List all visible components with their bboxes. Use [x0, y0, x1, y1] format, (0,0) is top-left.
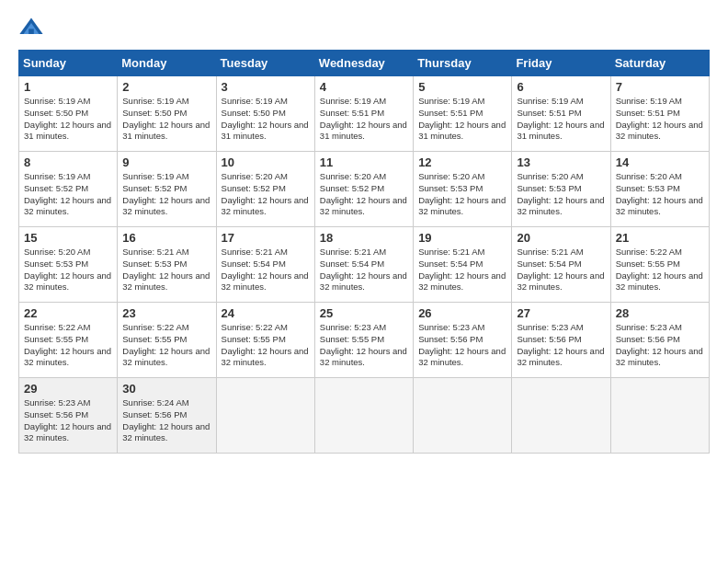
cell-info: Sunrise: 5:23 AMSunset: 5:56 PMDaylight:…: [418, 322, 506, 369]
day-number: 16: [122, 231, 210, 245]
day-number: 30: [122, 382, 210, 396]
calendar-cell: [610, 378, 709, 454]
cell-info: Sunrise: 5:23 AMSunset: 5:56 PMDaylight:…: [24, 397, 112, 444]
day-number: 22: [24, 306, 112, 320]
cell-info: Sunrise: 5:22 AMSunset: 5:55 PMDaylight:…: [24, 322, 112, 369]
calendar-cell: 10Sunrise: 5:20 AMSunset: 5:52 PMDayligh…: [216, 152, 314, 227]
cell-info: Sunrise: 5:20 AMSunset: 5:53 PMDaylight:…: [24, 247, 112, 293]
calendar-cell: [512, 378, 610, 454]
calendar-cell: 7Sunrise: 5:19 AMSunset: 5:51 PMDaylight…: [610, 76, 709, 152]
day-number: 11: [320, 155, 408, 169]
day-number: 18: [320, 231, 408, 245]
day-number: 12: [418, 155, 506, 169]
day-number: 9: [122, 155, 210, 169]
cell-info: Sunrise: 5:21 AMSunset: 5:54 PMDaylight:…: [517, 247, 605, 293]
day-number: 17: [222, 231, 310, 245]
cell-info: Sunrise: 5:22 AMSunset: 5:55 PMDaylight:…: [616, 247, 704, 293]
day-number: 28: [616, 306, 704, 320]
cell-info: Sunrise: 5:19 AMSunset: 5:50 PMDaylight:…: [122, 96, 210, 143]
calendar-cell: 9Sunrise: 5:19 AMSunset: 5:52 PMDaylight…: [118, 152, 216, 227]
calendar-cell: 1Sunrise: 5:19 AMSunset: 5:50 PMDaylight…: [19, 76, 118, 152]
day-number: 7: [616, 80, 704, 94]
day-number: 6: [517, 80, 605, 94]
calendar-cell: [314, 378, 413, 454]
day-number: 1: [24, 80, 112, 94]
calendar-cell: 21Sunrise: 5:22 AMSunset: 5:55 PMDayligh…: [610, 227, 709, 303]
cell-info: Sunrise: 5:23 AMSunset: 5:56 PMDaylight:…: [616, 322, 704, 369]
header-tuesday: Tuesday: [216, 51, 314, 76]
calendar-cell: 24Sunrise: 5:22 AMSunset: 5:55 PMDayligh…: [216, 303, 314, 378]
header-wednesday: Wednesday: [314, 51, 413, 76]
calendar-cell: 19Sunrise: 5:21 AMSunset: 5:54 PMDayligh…: [414, 227, 512, 303]
cell-info: Sunrise: 5:23 AMSunset: 5:55 PMDaylight:…: [320, 322, 408, 369]
page: SundayMondayTuesdayWednesdayThursdayFrid…: [0, 0, 728, 563]
cell-info: Sunrise: 5:24 AMSunset: 5:56 PMDaylight:…: [122, 397, 210, 444]
day-number: 20: [517, 231, 605, 245]
calendar-cell: [414, 378, 512, 454]
cell-info: Sunrise: 5:19 AMSunset: 5:51 PMDaylight:…: [418, 96, 506, 143]
calendar-cell: 11Sunrise: 5:20 AMSunset: 5:52 PMDayligh…: [314, 152, 413, 227]
day-number: 2: [122, 80, 210, 94]
cell-info: Sunrise: 5:20 AMSunset: 5:53 PMDaylight:…: [616, 171, 704, 218]
calendar-cell: 15Sunrise: 5:20 AMSunset: 5:53 PMDayligh…: [19, 227, 118, 303]
day-number: 29: [24, 382, 112, 396]
cell-info: Sunrise: 5:22 AMSunset: 5:55 PMDaylight:…: [222, 322, 310, 369]
day-number: 8: [24, 155, 112, 169]
day-number: 3: [222, 80, 310, 94]
day-number: 24: [222, 306, 310, 320]
day-number: 13: [517, 155, 605, 169]
cell-info: Sunrise: 5:19 AMSunset: 5:50 PMDaylight:…: [222, 96, 310, 143]
day-number: 23: [122, 306, 210, 320]
calendar-cell: 8Sunrise: 5:19 AMSunset: 5:52 PMDaylight…: [19, 152, 118, 227]
calendar-cell: 3Sunrise: 5:19 AMSunset: 5:50 PMDaylight…: [216, 76, 314, 152]
day-number: 26: [418, 306, 506, 320]
cell-info: Sunrise: 5:19 AMSunset: 5:52 PMDaylight:…: [24, 171, 112, 218]
calendar-cell: 13Sunrise: 5:20 AMSunset: 5:53 PMDayligh…: [512, 152, 610, 227]
cell-info: Sunrise: 5:23 AMSunset: 5:56 PMDaylight:…: [517, 322, 605, 369]
day-number: 4: [320, 80, 408, 94]
day-number: 15: [24, 231, 112, 245]
header-friday: Friday: [512, 51, 610, 76]
calendar-cell: 27Sunrise: 5:23 AMSunset: 5:56 PMDayligh…: [512, 303, 610, 378]
cell-info: Sunrise: 5:21 AMSunset: 5:54 PMDaylight:…: [320, 247, 408, 293]
cell-info: Sunrise: 5:19 AMSunset: 5:51 PMDaylight:…: [517, 96, 605, 143]
header: [18, 15, 710, 40]
header-sunday: Sunday: [19, 51, 118, 76]
cell-info: Sunrise: 5:19 AMSunset: 5:50 PMDaylight:…: [24, 96, 112, 143]
calendar-cell: 14Sunrise: 5:20 AMSunset: 5:53 PMDayligh…: [610, 152, 709, 227]
week-row-5: 29Sunrise: 5:23 AMSunset: 5:56 PMDayligh…: [19, 378, 710, 454]
calendar-header-row: SundayMondayTuesdayWednesdayThursdayFrid…: [19, 51, 710, 76]
day-number: 5: [418, 80, 506, 94]
cell-info: Sunrise: 5:21 AMSunset: 5:54 PMDaylight:…: [222, 247, 310, 293]
logo-icon: [18, 15, 44, 40]
day-number: 10: [222, 155, 310, 169]
cell-info: Sunrise: 5:21 AMSunset: 5:54 PMDaylight:…: [418, 247, 506, 293]
calendar-cell: 23Sunrise: 5:22 AMSunset: 5:55 PMDayligh…: [118, 303, 216, 378]
logo: [18, 15, 48, 40]
calendar-cell: [216, 378, 314, 454]
calendar-cell: 6Sunrise: 5:19 AMSunset: 5:51 PMDaylight…: [512, 76, 610, 152]
calendar-cell: 29Sunrise: 5:23 AMSunset: 5:56 PMDayligh…: [19, 378, 118, 454]
day-number: 14: [616, 155, 704, 169]
calendar-cell: 12Sunrise: 5:20 AMSunset: 5:53 PMDayligh…: [414, 152, 512, 227]
calendar-cell: 5Sunrise: 5:19 AMSunset: 5:51 PMDaylight…: [414, 76, 512, 152]
header-saturday: Saturday: [610, 51, 709, 76]
calendar-table: SundayMondayTuesdayWednesdayThursdayFrid…: [18, 50, 710, 454]
calendar-cell: 30Sunrise: 5:24 AMSunset: 5:56 PMDayligh…: [118, 378, 216, 454]
calendar-cell: 22Sunrise: 5:22 AMSunset: 5:55 PMDayligh…: [19, 303, 118, 378]
svg-rect-2: [28, 29, 34, 34]
header-thursday: Thursday: [414, 51, 512, 76]
cell-info: Sunrise: 5:20 AMSunset: 5:52 PMDaylight:…: [222, 171, 310, 218]
cell-info: Sunrise: 5:20 AMSunset: 5:52 PMDaylight:…: [320, 171, 408, 218]
calendar-cell: 26Sunrise: 5:23 AMSunset: 5:56 PMDayligh…: [414, 303, 512, 378]
cell-info: Sunrise: 5:20 AMSunset: 5:53 PMDaylight:…: [418, 171, 506, 218]
cell-info: Sunrise: 5:19 AMSunset: 5:51 PMDaylight:…: [616, 96, 704, 143]
week-row-2: 8Sunrise: 5:19 AMSunset: 5:52 PMDaylight…: [19, 152, 710, 227]
calendar-cell: 25Sunrise: 5:23 AMSunset: 5:55 PMDayligh…: [314, 303, 413, 378]
cell-info: Sunrise: 5:19 AMSunset: 5:51 PMDaylight:…: [320, 96, 408, 143]
calendar-cell: 2Sunrise: 5:19 AMSunset: 5:50 PMDaylight…: [118, 76, 216, 152]
calendar-cell: 18Sunrise: 5:21 AMSunset: 5:54 PMDayligh…: [314, 227, 413, 303]
calendar-cell: 20Sunrise: 5:21 AMSunset: 5:54 PMDayligh…: [512, 227, 610, 303]
calendar-cell: 16Sunrise: 5:21 AMSunset: 5:53 PMDayligh…: [118, 227, 216, 303]
calendar-cell: 28Sunrise: 5:23 AMSunset: 5:56 PMDayligh…: [610, 303, 709, 378]
